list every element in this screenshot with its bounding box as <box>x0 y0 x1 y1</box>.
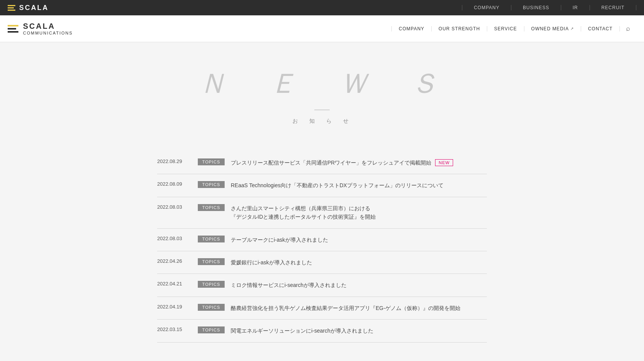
nav-service[interactable]: SERVICE <box>487 26 524 31</box>
news-content: 酪農経営強化を担う乳牛ゲノム検査結果データ活用アプリ『EG-ゲノム（仮称）』の開… <box>231 304 487 312</box>
news-tag: TOPICS <box>198 258 225 265</box>
scala-comm-icon <box>8 25 18 33</box>
logo-line1: SCALA <box>23 21 73 31</box>
news-item[interactable]: 2022.08.29TOPICSプレスリリース配信サービス「共同通信PRワイヤー… <box>157 152 487 174</box>
news-date: 2022.08.09 <box>157 181 192 187</box>
news-date: 2022.04.26 <box>157 258 192 264</box>
news-tag: TOPICS <box>198 236 225 242</box>
top-bar-nav: COMPANY BUSINESS IR RECRUIT <box>462 5 636 10</box>
news-item[interactable]: 2022.04.26TOPICS愛媛銀行にi-askが導入されました <box>157 251 487 274</box>
news-subtitle: お 知 ら せ <box>0 118 644 125</box>
news-badge-new: NEW <box>435 159 453 166</box>
news-text: 関電エネルギーソリューションにi-searchが導入されました <box>231 326 373 335</box>
news-tag: TOPICS <box>198 326 225 333</box>
news-text: プレスリリース配信サービス「共同通信PRワイヤー」をフレッシュアイで掲載開始 <box>231 158 431 167</box>
main-header: SCALA COMMUNICATIONS COMPANY OUR STRENGT… <box>0 15 644 42</box>
top-bar-logo: SCALA <box>8 4 49 12</box>
nav-contact[interactable]: CONTACT <box>581 26 620 31</box>
topbar-nav-ir[interactable]: IR <box>561 5 590 10</box>
news-item[interactable]: 2022.03.15TOPICS関電エネルギーソリューションにi-searchが… <box>157 320 487 342</box>
news-content: テーブルマークにi-askが導入されました <box>231 236 487 244</box>
news-content: REaaS Technologies向け「不動産のトラストDXプラットフォーム」… <box>231 181 487 190</box>
topbar-nav-company[interactable]: COMPANY <box>462 5 511 10</box>
news-date: 2022.08.03 <box>157 204 192 210</box>
news-hero: Ｎ Ｅ Ｗ Ｓ お 知 ら せ <box>0 42 644 140</box>
news-tag: TOPICS <box>198 158 225 165</box>
scala-icon-top <box>8 5 15 11</box>
nav-company[interactable]: COMPANY <box>391 26 432 31</box>
news-content: 関電エネルギーソリューションにi-searchが導入されました <box>231 326 487 335</box>
top-bar: SCALA COMPANY BUSINESS IR RECRUIT <box>0 0 644 15</box>
news-text: REaaS Technologies向け「不動産のトラストDXプラットフォーム」… <box>231 181 444 190</box>
news-item[interactable]: 2022.08.03TOPICSさんだ里山スマートシティ構想（兵庫県三田市）にお… <box>157 197 487 229</box>
news-item[interactable]: 2022.04.19TOPICS酪農経営強化を担う乳牛ゲノム検査結果データ活用ア… <box>157 297 487 320</box>
news-tag: TOPICS <box>198 204 225 211</box>
news-content: プレスリリース配信サービス「共同通信PRワイヤー」をフレッシュアイで掲載開始NE… <box>231 158 487 167</box>
main-logo-text: SCALA COMMUNICATIONS <box>23 21 73 36</box>
search-button[interactable]: ⌕ <box>620 25 636 33</box>
main-nav: COMPANY OUR STRENGTH SERVICE OWNED MEDIA… <box>391 25 636 33</box>
top-bar-logo-text: SCALA <box>19 4 49 12</box>
news-date: 2022.04.19 <box>157 304 192 310</box>
external-link-icon: ↗ <box>570 26 574 31</box>
news-text: さんだ里山スマートシティ構想（兵庫県三田市）における 『デジタルIDと連携したポ… <box>231 204 376 221</box>
main-logo[interactable]: SCALA COMMUNICATIONS <box>8 21 73 36</box>
news-text: テーブルマークにi-askが導入されました <box>231 236 328 244</box>
news-date: 2022.03.15 <box>157 326 192 332</box>
topbar-nav-business[interactable]: BUSINESS <box>511 5 561 10</box>
news-tag: TOPICS <box>198 181 225 188</box>
news-date: 2022.08.03 <box>157 236 192 241</box>
news-date: 2022.04.21 <box>157 281 192 287</box>
logo-line2: COMMUNICATIONS <box>23 31 73 36</box>
news-item[interactable]: 2022.08.03TOPICSテーブルマークにi-askが導入されました <box>157 229 487 251</box>
news-date: 2022.08.29 <box>157 158 192 164</box>
news-text: ミロク情報サービスにi-searchが導入されました <box>231 281 347 289</box>
news-list: 2022.08.29TOPICSプレスリリース配信サービス「共同通信PRワイヤー… <box>150 152 495 343</box>
news-content: ミロク情報サービスにi-searchが導入されました <box>231 281 487 289</box>
nav-our-strength[interactable]: OUR STRENGTH <box>432 26 487 31</box>
news-content: さんだ里山スマートシティ構想（兵庫県三田市）における 『デジタルIDと連携したポ… <box>231 204 487 221</box>
news-title: Ｎ Ｅ Ｗ Ｓ <box>0 65 644 102</box>
news-text: 酪農経営強化を担う乳牛ゲノム検査結果データ活用アプリ『EG-ゲノム（仮称）』の開… <box>231 304 460 312</box>
news-tag: TOPICS <box>198 281 225 288</box>
news-tag: TOPICS <box>198 304 225 311</box>
topbar-nav-recruit[interactable]: RECRUIT <box>590 5 636 10</box>
news-item[interactable]: 2022.04.21TOPICSミロク情報サービスにi-searchが導入されま… <box>157 274 487 297</box>
news-content: 愛媛銀行にi-askが導入されました <box>231 258 487 267</box>
news-item[interactable]: 2022.08.09TOPICSREaaS Technologies向け「不動産… <box>157 174 487 197</box>
nav-owned-media[interactable]: OWNED MEDIA ↗ <box>524 26 581 31</box>
news-divider <box>314 110 330 110</box>
news-text: 愛媛銀行にi-askが導入されました <box>231 258 312 267</box>
